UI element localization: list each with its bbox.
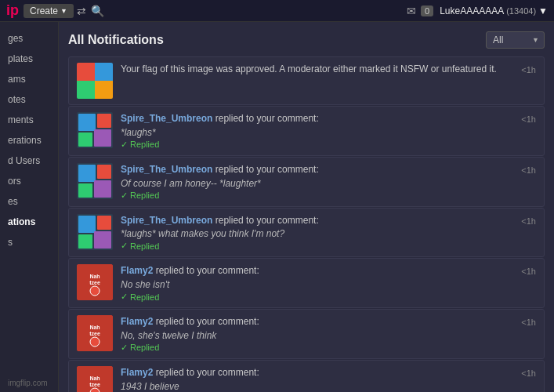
svg-point-18 xyxy=(90,286,100,296)
notif-time: <1h xyxy=(521,318,536,327)
sidebar-footer: imgflip.com xyxy=(0,374,58,392)
notif-text: Flamy2 replied to your comment: xyxy=(121,366,536,379)
svg-text:tzee: tzee xyxy=(89,331,100,336)
notif-quote: No, she's twelve I think xyxy=(121,330,536,341)
sidebar-item-ors[interactable]: ors xyxy=(0,171,58,191)
topbar: ip Create ▼ ⇄ 🔍 ✉ 0 LukeAAAAAAA (13404) … xyxy=(0,0,554,22)
notif-user[interactable]: Flamy2 xyxy=(121,367,153,378)
avatar xyxy=(77,112,113,148)
filter-wrapper: All Replies Flags Follows xyxy=(486,31,545,49)
notifications-title: All Notifications xyxy=(68,33,164,47)
svg-rect-11 xyxy=(78,216,96,233)
notif-body: Flamy2 replied to your comment: 1943 I b… xyxy=(121,366,536,392)
notifications-list: Your flag of this image was approved. A … xyxy=(68,56,545,392)
notif-quote: *laughs* xyxy=(121,127,536,138)
svg-rect-14 xyxy=(94,231,111,249)
notif-replied-status: Replied xyxy=(121,241,536,251)
notif-text: Flamy2 replied to your comment: xyxy=(121,315,536,328)
notif-item: Spire_The_Umbreon replied to your commen… xyxy=(68,106,545,156)
notif-time: <1h xyxy=(521,267,536,276)
svg-text:Nah: Nah xyxy=(89,376,100,381)
notif-item: Your flag of this image was approved. A … xyxy=(68,56,545,105)
sidebar-item-otes[interactable]: otes xyxy=(0,89,58,110)
notif-body: Your flag of this image was approved. A … xyxy=(121,63,536,78)
notifications-header: All Notifications All Replies Flags Foll… xyxy=(68,31,545,49)
avatar: Nah tzee xyxy=(77,366,113,392)
notif-body: Spire_The_Umbreon replied to your commen… xyxy=(121,112,536,150)
shuffle-button[interactable]: ⇄ xyxy=(77,5,86,17)
avatar: Nah tzee xyxy=(77,264,113,300)
notif-text: Spire_The_Umbreon replied to your commen… xyxy=(121,163,536,176)
svg-rect-3 xyxy=(78,132,92,147)
svg-rect-2 xyxy=(97,114,111,128)
notif-replied-status: Replied xyxy=(121,140,536,150)
notif-quote: No she isn't xyxy=(121,279,536,290)
svg-rect-6 xyxy=(78,165,96,182)
svg-rect-8 xyxy=(78,183,92,198)
notif-user[interactable]: Spire_The_Umbreon xyxy=(121,113,212,124)
notif-replied-status: Replied xyxy=(121,343,536,353)
notif-time: <1h xyxy=(521,65,536,74)
notif-text: Spire_The_Umbreon replied to your commen… xyxy=(121,214,536,227)
sidebar-item-ments[interactable]: ments xyxy=(0,110,58,130)
content-area: All Notifications All Replies Flags Foll… xyxy=(59,22,554,392)
sidebar-item-ges[interactable]: ges xyxy=(0,28,58,49)
avatar xyxy=(77,63,113,99)
svg-rect-12 xyxy=(97,216,111,230)
svg-rect-4 xyxy=(94,129,111,147)
notif-item: Spire_The_Umbreon replied to your commen… xyxy=(68,157,545,207)
sidebar-item-ations[interactable]: ations xyxy=(0,212,58,232)
svg-rect-7 xyxy=(97,165,111,179)
notif-text: Spire_The_Umbreon replied to your commen… xyxy=(121,112,536,125)
svg-rect-13 xyxy=(78,234,92,249)
notif-time: <1h xyxy=(521,368,536,378)
svg-text:Nah: Nah xyxy=(89,325,100,330)
sidebar-item-ams[interactable]: ams xyxy=(0,69,58,89)
notif-time: <1h xyxy=(521,114,536,124)
notif-body: Spire_The_Umbreon replied to your commen… xyxy=(121,214,536,252)
avatar xyxy=(77,214,113,250)
notif-body: Flamy2 replied to your comment: No, she'… xyxy=(121,315,536,353)
shuffle-icon: ⇄ xyxy=(77,5,86,17)
search-icon: 🔍 xyxy=(91,5,104,17)
notif-quote: Of course I am honey-- *laughter* xyxy=(121,178,536,189)
notif-user[interactable]: Spire_The_Umbreon xyxy=(121,164,212,175)
notif-body: Flamy2 replied to your comment: No she i… xyxy=(121,264,536,302)
notif-quote: *laughs* what makes you think I'm not? xyxy=(121,228,536,239)
avatar xyxy=(77,163,113,199)
avatar: Nah tzee xyxy=(77,315,113,351)
search-button[interactable]: 🔍 xyxy=(91,5,104,17)
notif-user[interactable]: Spire_The_Umbreon xyxy=(121,215,212,226)
username: LukeAAAAAAA xyxy=(440,5,504,16)
logo: ip xyxy=(6,2,19,19)
mail-icon[interactable]: ✉ xyxy=(407,5,416,17)
sidebar: ges plates ams otes ments erations d Use… xyxy=(0,22,59,392)
sidebar-item-es[interactable]: es xyxy=(0,191,58,212)
svg-text:tzee: tzee xyxy=(89,280,100,285)
notif-text: Flamy2 replied to your comment: xyxy=(121,264,536,278)
notif-user[interactable]: Flamy2 xyxy=(121,316,153,327)
user-score: (13404) xyxy=(506,6,536,16)
notif-time: <1h xyxy=(521,165,536,175)
svg-text:Nah: Nah xyxy=(89,274,100,279)
notif-item: Spire_The_Umbreon replied to your commen… xyxy=(68,208,545,258)
notif-body: Spire_The_Umbreon replied to your commen… xyxy=(121,163,536,201)
notif-replied-status: Replied xyxy=(121,292,536,302)
notif-count: 0 xyxy=(421,5,433,16)
sidebar-item-erations[interactable]: erations xyxy=(0,130,58,151)
notif-time: <1h xyxy=(521,216,536,226)
sidebar-item-plates[interactable]: plates xyxy=(0,49,58,69)
svg-rect-1 xyxy=(78,114,96,131)
main-layout: ges plates ams otes ments erations d Use… xyxy=(0,22,554,392)
create-button[interactable]: Create ▼ xyxy=(24,4,74,18)
user-dropdown-icon: ▼ xyxy=(538,5,548,16)
user-menu[interactable]: LukeAAAAAAA (13404) ▼ xyxy=(440,5,548,16)
sidebar-item-users[interactable]: d Users xyxy=(0,151,58,171)
create-label: Create xyxy=(30,5,58,16)
svg-point-22 xyxy=(90,337,100,347)
sidebar-item-s[interactable]: s xyxy=(0,232,58,252)
filter-select[interactable]: All Replies Flags Follows xyxy=(486,31,545,49)
notif-user[interactable]: Flamy2 xyxy=(121,265,153,276)
notif-replied-status: Replied xyxy=(121,191,536,201)
notif-text: Your flag of this image was approved. A … xyxy=(121,63,536,76)
